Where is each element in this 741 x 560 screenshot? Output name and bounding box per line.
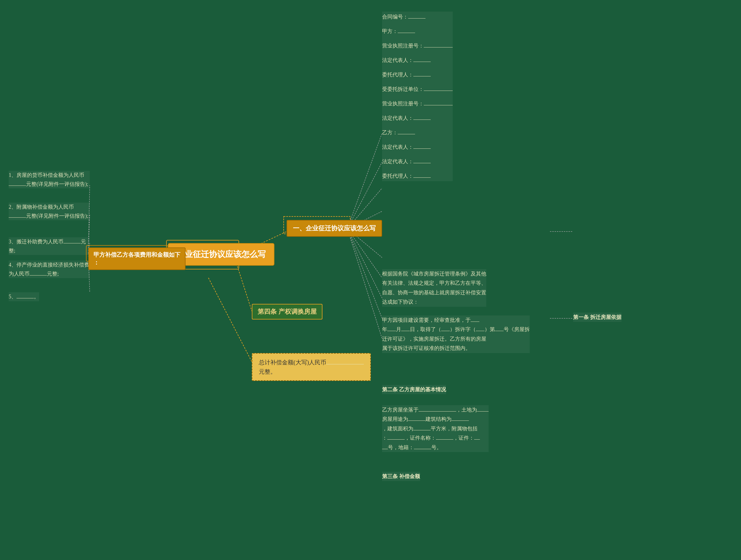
branch-bottom: 总计补偿金额(大写)人民币元整。 xyxy=(252,353,371,381)
left-item-3-text: 3、搬迁补助费为人民币元整; xyxy=(9,239,86,254)
section3-header: 第三条 补偿金额 xyxy=(382,472,420,481)
branch-bottom-label: 总计补偿金额(大写)人民币元整。 xyxy=(259,359,364,375)
para1-text: 根据国务院《城市房屋拆迁管理条例》及其他有关法律、法规之规定，甲方和乙方在平等、… xyxy=(382,269,486,307)
branch-left-1-label: 甲方补偿乙方各项费用和金额如下： xyxy=(93,252,180,266)
section2-header: 第二条 乙方房屋的基本情况 xyxy=(382,385,446,394)
right-header-details: 合同编号： 甲方： 营业执照注册号： 法定代表人： 委托代理人： 受委托拆迁单位… xyxy=(382,12,453,181)
left-item-4: 4、停产停业的直接经济损失补偿费为人民币元整; xyxy=(9,261,90,278)
svg-line-11 xyxy=(347,229,382,298)
left-item-5-text: 5、。 xyxy=(9,294,39,299)
entrusted-agent-2: 委托代理人： xyxy=(382,171,453,181)
right-body-para3: 乙方房屋坐落于，土地为 房屋用途为建筑结构为 ，建筑面积为平方米，附属物包括 ：… xyxy=(382,405,489,452)
right-body-para1: 根据国务院《城市房屋拆迁管理条例》及其他有关法律、法规之规定，甲方和乙方在平等、… xyxy=(382,269,486,307)
connector-lines xyxy=(0,0,741,560)
right-body-para2: 甲方因项目建设需要，经审查批准，于年月日，取得了（）拆许字（）第号《房屋拆迁许可… xyxy=(382,316,530,353)
para2-text: 甲方因项目建设需要，经审查批准，于年月日，取得了（）拆许字（）第号《房屋拆迁许可… xyxy=(382,316,530,353)
party-b: 乙方： xyxy=(382,127,453,138)
svg-line-5 xyxy=(347,162,382,229)
entrusted-unit: 受委托拆迁单位： xyxy=(382,84,453,94)
branch-right-2-label: 第四条 产权调换房屋 xyxy=(258,308,317,315)
left-item-2-text: 2、附属物补偿金额为人民币元整(详见附件一评估报告); xyxy=(9,204,88,219)
svg-line-12 xyxy=(347,229,382,318)
svg-line-4 xyxy=(347,133,382,229)
party-a: 甲方： xyxy=(382,26,453,37)
left-item-1-text: 1、房屋的货币补偿金额为人民币元整(详见附件一评估报告); xyxy=(9,172,88,187)
left-item-5: 5、。 xyxy=(9,292,39,301)
mind-map-container: 企业征迁协议应该怎么写 一、企业征迁协议应该怎么写 第四条 产权调换房屋 甲方补… xyxy=(0,0,741,560)
central-node-label: 企业征迁协议应该怎么写 xyxy=(177,250,266,259)
svg-line-1 xyxy=(238,266,252,311)
section3-label: 第三条 补偿金额 xyxy=(382,472,420,481)
branch-right-1: 一、企业征迁协议应该怎么写 xyxy=(286,220,382,237)
svg-line-3 xyxy=(208,278,252,362)
legal-rep-2: 法定代表人： xyxy=(382,113,453,123)
legal-rep-4: 法定代表人： xyxy=(382,156,453,167)
entrusted-agent-1: 委托代理人： xyxy=(382,69,453,80)
svg-line-13 xyxy=(347,229,382,339)
legal-rep-3: 法定代表人： xyxy=(382,142,453,152)
contract-no: 合同编号： xyxy=(382,12,453,22)
left-item-1: 1、房屋的货币补偿金额为人民币元整(详见附件一评估报告); xyxy=(9,171,90,189)
section1-right-label: 第一条 拆迁房屋依据 xyxy=(573,312,621,322)
para3-text: 乙方房屋坐落于，土地为 房屋用途为建筑结构为 ，建筑面积为平方米，附属物包括 ：… xyxy=(382,405,489,452)
section1-right: 第一条 拆迁房屋依据 xyxy=(573,312,621,322)
left-item-2: 2、附属物补偿金额为人民币元整(详见附件一评估报告); xyxy=(9,203,90,220)
legal-rep-1: 法定代表人： xyxy=(382,55,453,65)
branch-right-2: 第四条 产权调换房屋 xyxy=(252,304,323,320)
business-reg-2: 营业执照注册号： xyxy=(382,98,453,109)
left-item-4-text: 4、停产停业的直接经济损失补偿费为人民币元整; xyxy=(9,262,89,277)
branch-left-1: 甲方补偿乙方各项费用和金额如下： xyxy=(88,248,186,270)
business-reg: 营业执照注册号： xyxy=(382,41,453,51)
left-item-3: 3、搬迁补助费为人民币元整; xyxy=(9,237,90,255)
section2-label: 第二条 乙方房屋的基本情况 xyxy=(382,385,446,394)
branch-right-1-label: 一、企业征迁协议应该怎么写 xyxy=(293,225,376,232)
